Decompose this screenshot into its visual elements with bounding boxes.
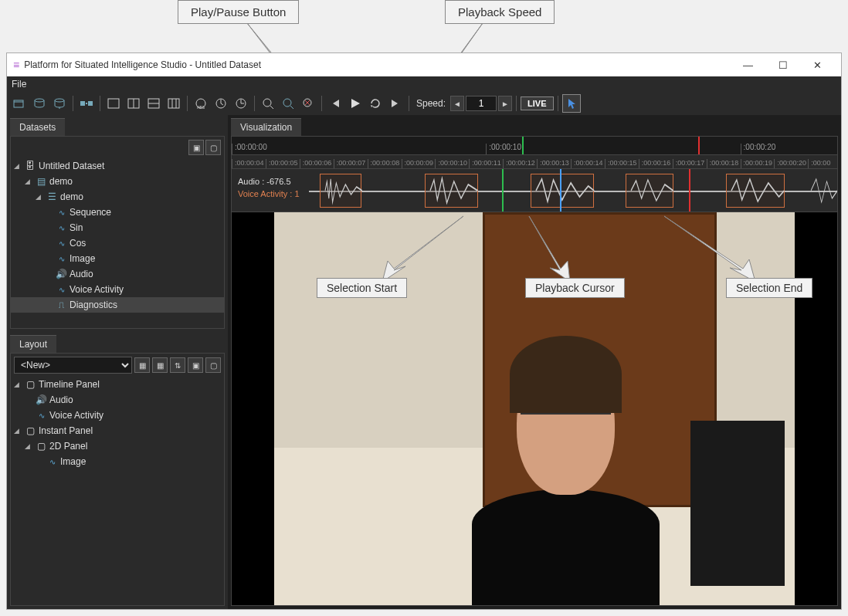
layout-btn-5[interactable]: ▢ — [205, 357, 221, 373]
speed-increment-button[interactable]: ► — [498, 96, 512, 111]
database-icon: 🗄 — [23, 161, 37, 171]
speed-decrement-button[interactable]: ◄ — [450, 96, 464, 111]
timeline-panel-viz[interactable]: Audio : -676.5 Voice Activity : 1 — [232, 169, 837, 212]
loop-icon[interactable] — [366, 94, 385, 113]
tree-timeline-panel[interactable]: ◢▢Timeline Panel — [11, 377, 224, 392]
layout-tab[interactable]: Layout — [10, 335, 56, 353]
selection-end-marker[interactable] — [689, 169, 690, 212]
panel-icon: ▢ — [23, 379, 37, 390]
layout-btn-1[interactable]: ▦ — [134, 357, 150, 373]
play-pause-button[interactable] — [346, 94, 365, 113]
layout-3-icon[interactable] — [144, 94, 163, 113]
ruler-tick-label: :00:00:00 — [235, 143, 267, 151]
timing-abs-icon[interactable]: ABS — [192, 94, 210, 113]
speed-input[interactable] — [466, 96, 497, 111]
titlebar: ≡ Platform for Situated Intelligence Stu… — [7, 53, 841, 76]
ruler-tick-label: :00:00:18 — [710, 159, 739, 167]
svg-point-2 — [55, 99, 64, 102]
ruler-tick-label: :00:00:07 — [337, 159, 366, 167]
svg-rect-9 — [168, 99, 179, 108]
maximize-button[interactable]: ☐ — [765, 54, 800, 76]
speed-label: Speed: — [416, 98, 446, 109]
svg-point-14 — [263, 99, 271, 107]
collapse-all-icon[interactable]: ▢ — [205, 140, 221, 155]
datasets-tab[interactable]: Datasets — [10, 118, 65, 136]
waveform-burst — [811, 175, 837, 206]
stream-icon: ∿ — [54, 239, 68, 248]
waveform-burst — [536, 175, 594, 206]
toolbar: ABS Speed: ◄ ► LIVE — [7, 92, 841, 115]
stream-icon: ∿ — [34, 411, 48, 420]
tree-2d-panel[interactable]: ◢▢2D Panel — [11, 438, 224, 454]
ruler-tick-label: :00:00:05 — [269, 159, 298, 167]
audio-icon: 🔊 — [54, 269, 68, 279]
go-to-end-icon[interactable] — [386, 94, 405, 113]
ruler-tick-label: :00:00:20 — [744, 143, 776, 151]
save-icon[interactable] — [50, 94, 69, 113]
menubar: File — [7, 76, 841, 92]
ruler-tick-label: :00:00:06 — [303, 159, 332, 167]
svg-text:ABS: ABS — [197, 105, 205, 110]
app-icon: ≡ — [13, 59, 19, 71]
svg-rect-3 — [80, 101, 85, 106]
selection-start-marker[interactable] — [502, 169, 504, 212]
tree-stream[interactable]: ∿Voice Activity — [11, 282, 224, 297]
zoom-to-session-icon[interactable] — [259, 94, 277, 113]
svg-rect-4 — [88, 101, 93, 106]
menu-file[interactable]: File — [12, 79, 26, 90]
layout-btn-2[interactable]: ▦ — [152, 357, 168, 373]
annotation-playback-cursor: Playback Cursor — [525, 278, 625, 298]
app-window: ≡ Platform for Situated Intelligence Stu… — [6, 52, 842, 610]
layout-btn-3[interactable]: ⇅ — [170, 357, 185, 373]
tree-dataset[interactable]: ◢🗄Untitled Dataset — [11, 158, 224, 174]
layout-btn-4[interactable]: ▣ — [188, 357, 203, 373]
ruler-tick-label: :00:00:16 — [642, 159, 671, 167]
ruler-tick-label: :00:00:09 — [405, 159, 434, 167]
open-dataset-icon[interactable] — [10, 94, 29, 113]
open-store-icon[interactable] — [30, 94, 49, 113]
tree-va-viz[interactable]: ∿Voice Activity — [11, 408, 224, 423]
audio-icon: 🔊 — [34, 394, 48, 405]
live-button[interactable]: LIVE — [521, 96, 553, 110]
tree-stream[interactable]: ∿Sequence — [11, 205, 224, 220]
datasets-tree: ◢🗄Untitled Dataset ◢▤demo ◢☰demo ∿Sequen… — [11, 158, 224, 313]
tree-image-viz[interactable]: ∿Image — [11, 454, 224, 469]
cursor-mode-button[interactable] — [562, 94, 581, 113]
tree-audio-viz[interactable]: 🔊Audio — [11, 392, 224, 408]
tree-partition[interactable]: ◢☰demo — [11, 189, 224, 205]
tree-stream[interactable]: 🔊Audio — [11, 266, 224, 282]
svg-point-15 — [283, 99, 291, 107]
tree-stream-diagnostics[interactable]: ⎍Diagnostics — [11, 297, 224, 313]
clear-selection-icon[interactable] — [299, 94, 317, 113]
waveform-burst — [430, 175, 478, 206]
window-title: Platform for Situated Intelligence Studi… — [24, 59, 261, 70]
playback-cursor-marker[interactable] — [560, 169, 561, 212]
close-button[interactable]: ✕ — [800, 54, 835, 76]
go-to-start-icon[interactable] — [326, 94, 344, 113]
tree-stream[interactable]: ∿Sin — [11, 220, 224, 235]
tree-stream[interactable]: ∿Cos — [11, 235, 224, 251]
zoom-to-selection-icon[interactable] — [279, 94, 297, 113]
tree-stream[interactable]: ∿Image — [11, 251, 224, 266]
ruler-minor[interactable]: :00:00:04:00:00:05:00:00:06:00:00:07:00:… — [232, 155, 837, 169]
tree-session[interactable]: ◢▤demo — [11, 174, 224, 189]
layout-4-icon[interactable] — [165, 94, 183, 113]
ruler-tick-label: :00:00:15 — [608, 159, 637, 167]
visualization-tab[interactable]: Visualization — [231, 118, 301, 136]
timing-selection-icon[interactable] — [232, 94, 250, 113]
layout-2-icon[interactable] — [124, 94, 143, 113]
ruler-major[interactable]: :00:00:00 :00:00:10 :00:00:20 — [232, 137, 837, 155]
minimize-button[interactable]: — — [731, 54, 765, 76]
waveform-burst — [631, 175, 673, 206]
layout-1-icon[interactable] — [104, 94, 123, 113]
ruler-tick-label: :00:00:04 — [235, 159, 264, 167]
expand-all-icon[interactable]: ▣ — [188, 140, 204, 155]
timing-session-icon[interactable] — [212, 94, 230, 113]
layout-select[interactable]: <New> — [14, 357, 132, 374]
tree-instant-panel[interactable]: ◢▢Instant Panel — [11, 423, 224, 438]
svg-rect-5 — [86, 103, 87, 104]
layout-tree: ◢▢Timeline Panel 🔊Audio ∿Voice Activity … — [11, 377, 224, 469]
insert-annotation-icon[interactable] — [77, 94, 96, 113]
ruler-tick-label: :00:00:11 — [472, 159, 501, 167]
stream-icon: ∿ — [54, 255, 68, 263]
